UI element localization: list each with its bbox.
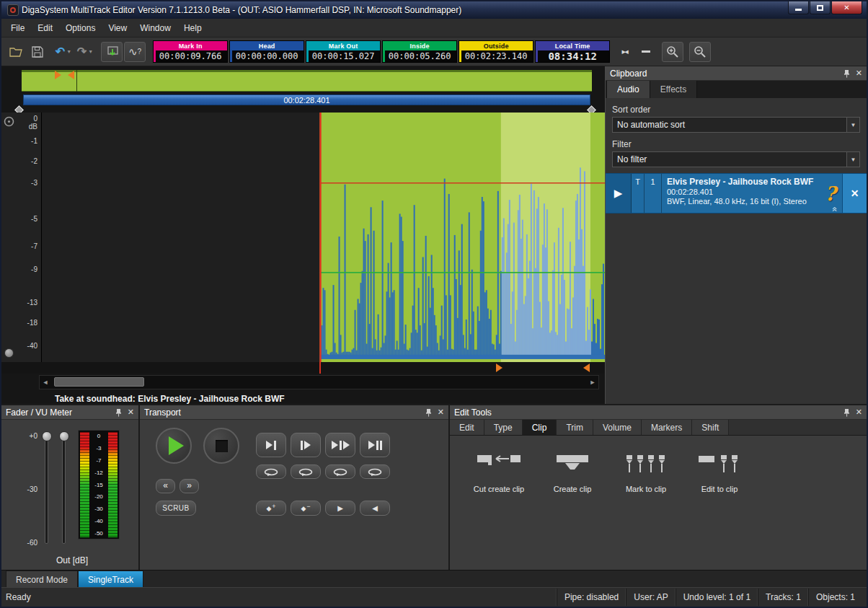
save-button[interactable] [27, 42, 48, 62]
tab-volume[interactable]: Volume [593, 420, 642, 435]
clipboard-item[interactable]: ▶ T 1 Elvis Presley - Jailhouse Rock BWF… [606, 173, 867, 213]
remove-marker-button[interactable]: ◆− [291, 501, 321, 516]
fader-knob-left[interactable] [42, 431, 52, 441]
pin-icon[interactable] [425, 408, 432, 417]
tab-clip[interactable]: Clip [523, 420, 557, 435]
undo-button[interactable]: ↶▼ [53, 42, 74, 62]
overview-mark-in-marker[interactable] [55, 71, 61, 79]
horizontal-scrollbar[interactable]: ◄ ► [39, 375, 599, 389]
menu-options[interactable]: Options [59, 20, 102, 36]
tab-effects[interactable]: Effects [650, 81, 697, 98]
scrub-button[interactable]: SCRUB [156, 501, 196, 516]
mark-to-clip-button[interactable]: Mark to clip [614, 453, 678, 493]
tab-type[interactable]: Type [484, 420, 523, 435]
skip-forward-button[interactable]: » [180, 479, 199, 493]
panel-close-icon[interactable]: ✕ [856, 69, 862, 78]
clip-play-button[interactable]: ▶ [606, 174, 632, 213]
next-marker-button[interactable]: ▶ [325, 501, 355, 516]
menu-file[interactable]: File [4, 20, 31, 36]
menu-help[interactable]: Help [177, 20, 208, 36]
menu-view[interactable]: View [102, 20, 133, 36]
loop-selection-button[interactable] [256, 464, 286, 479]
selection-end-marker[interactable] [583, 364, 590, 372]
fader-track-left[interactable] [45, 436, 48, 544]
menu-edit[interactable]: Edit [31, 20, 59, 36]
playhead-tick[interactable] [319, 362, 321, 374]
tab-record-mode[interactable]: Record Mode [6, 570, 78, 587]
panel-close-icon[interactable]: ✕ [856, 407, 862, 417]
previous-marker-button[interactable]: ◀ [360, 501, 390, 516]
clip-remove-button[interactable]: ✕ [842, 174, 867, 213]
clip-info[interactable]: Elvis Presley - Jailhouse Rock BWF 00:02… [662, 174, 819, 213]
overview-mark-out-marker[interactable] [68, 71, 74, 79]
analyze-take-button[interactable]: ∿? [124, 42, 146, 62]
skip-back-button[interactable]: « [156, 479, 175, 493]
play-to-head-button[interactable] [256, 433, 286, 457]
play-between-marks-button[interactable] [360, 433, 390, 457]
scrollbar-track[interactable] [51, 376, 587, 389]
local-time-display[interactable]: Local Time 08:34:12 [535, 40, 610, 63]
overview-waveform-bar[interactable] [22, 70, 592, 92]
redo-button[interactable]: ↷▼ [75, 42, 95, 62]
play-button[interactable] [156, 428, 192, 464]
zoom-in-button[interactable] [662, 42, 683, 62]
cut-create-clip-button[interactable]: Cut create clip [467, 453, 531, 493]
waveform-canvas[interactable] [42, 113, 605, 362]
mark-in-display[interactable]: Mark In 00:00:09.766 [153, 40, 228, 63]
panel-close-icon[interactable]: ✕ [128, 407, 134, 417]
tab-edit[interactable]: Edit [450, 420, 484, 435]
stop-button[interactable] [203, 428, 239, 464]
tab-shift[interactable]: Shift [692, 420, 729, 435]
pin-icon[interactable] [843, 69, 850, 78]
panel-close-icon[interactable]: ✕ [438, 407, 444, 417]
take-overview[interactable]: 00:02:28.401 [1, 66, 605, 113]
snap-markers-button[interactable]: ▸◂ [614, 42, 634, 62]
track-fader-knob[interactable] [4, 348, 14, 358]
close-button[interactable]: ✕ [831, 1, 862, 14]
scroll-left-arrow[interactable]: ◄ [40, 379, 51, 386]
fader-track-right[interactable] [62, 436, 66, 544]
add-marker-button[interactable]: ◆+ [256, 501, 286, 516]
open-button[interactable] [6, 42, 26, 62]
filter-select[interactable]: No filter ▼ [612, 151, 860, 167]
mark-out-display[interactable]: Mark Out 00:00:15.027 [306, 40, 381, 63]
scroll-right-arrow[interactable]: ► [587, 379, 598, 386]
selection-start-marker[interactable] [496, 364, 502, 372]
collapse-chevrons-icon[interactable]: « [831, 207, 841, 212]
app-icon[interactable] [7, 4, 19, 16]
tab-audio[interactable]: Audio [607, 81, 650, 98]
tab-markers[interactable]: Markers [642, 420, 692, 435]
marker-strip[interactable] [1, 362, 605, 374]
redo-dropdown-icon[interactable]: ▼ [88, 49, 93, 54]
chevron-down-icon[interactable]: ▼ [846, 152, 859, 167]
gain-knob-icon[interactable] [4, 116, 14, 128]
zoom-out-button[interactable] [689, 42, 711, 62]
titlebar[interactable]: DigaSystem MultiTrack Editor Version 7.1… [1, 1, 867, 19]
outside-display[interactable]: Outside 00:02:23.140 [459, 40, 533, 63]
menu-window[interactable]: Window [133, 20, 177, 36]
fader-knob-right[interactable] [59, 431, 69, 441]
tab-trim[interactable]: Trim [557, 420, 593, 435]
pin-icon[interactable] [843, 408, 850, 417]
play-over-mark-button[interactable] [325, 433, 355, 457]
soundhead-status: Take at soundhead: Elvis Presley - Jailh… [1, 389, 605, 404]
insert-take-button[interactable] [101, 42, 123, 62]
tab-singletrack[interactable]: SingleTrack [78, 570, 143, 587]
duration-bar[interactable]: 00:02:28.401 [23, 94, 590, 105]
sort-order-select[interactable]: No automatic sort ▼ [612, 117, 860, 133]
loop-all-button[interactable] [360, 464, 390, 479]
head-display[interactable]: Head 00:00:00.000 [229, 40, 304, 63]
chevron-down-icon[interactable]: ▼ [846, 118, 859, 132]
loop-inside-button[interactable] [291, 464, 321, 479]
loop-outside-button[interactable] [325, 464, 355, 479]
collapse-button[interactable] [636, 42, 656, 62]
scrollbar-thumb[interactable] [54, 377, 144, 387]
maximize-button[interactable] [810, 1, 831, 14]
minimize-button[interactable] [788, 1, 809, 14]
edit-to-clip-button[interactable]: Edit to clip [688, 453, 751, 493]
pin-icon[interactable] [115, 408, 122, 417]
play-from-head-button[interactable] [291, 433, 321, 457]
inside-display[interactable]: Inside 00:00:05.260 [382, 40, 457, 63]
create-clip-button[interactable]: Create clip [541, 453, 604, 493]
undo-dropdown-icon[interactable]: ▼ [66, 49, 71, 54]
